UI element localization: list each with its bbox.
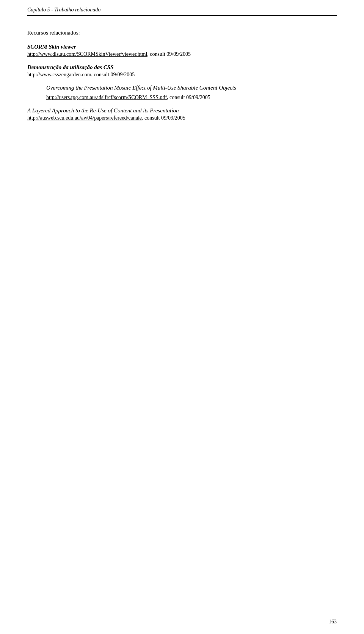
section-heading: Recursos relacionados: [27, 30, 337, 36]
resource-consult-scorm: , consult 09/09/2005 [147, 51, 191, 57]
resource-title-demonstracao: Demonstração da utilização das CSS [27, 64, 337, 71]
resource-consult-overcoming: , consult 09/09/2005 [167, 95, 210, 100]
overcoming-description: Overcoming the Presentation Mosaic Effec… [46, 85, 337, 91]
resource-url-demonstracao[interactable]: http://www.csszengarden.com [27, 72, 91, 77]
overcoming-title: Overcoming the Presentation Mosaic Effec… [46, 85, 337, 91]
resource-title-scorm: SCORM Skin viewer [27, 44, 337, 50]
resource-scorm-skin-viewer: SCORM Skin viewer http://www.dls.au.com/… [27, 44, 337, 57]
resource-url-layered[interactable]: http://ausweb.scu.edu.au/aw04/papers/ref… [27, 115, 142, 121]
page-container: Capítulo 5 - Trabalho relacionado Recurs… [0, 0, 364, 634]
resource-url-overcoming[interactable]: http://users.tpg.com.au/adslfrcf/scorm/S… [46, 95, 167, 100]
resource-layered: A Layered Approach to the Re-Use of Cont… [27, 107, 337, 121]
resource-consult-layered: , consult 09/09/2005 [142, 115, 185, 121]
page-header: Capítulo 5 - Trabalho relacionado [27, 7, 337, 16]
resource-consult-demonstracao: , consult 09/09/2005 [91, 72, 135, 77]
layered-title: A Layered Approach to the Re-Use of Cont… [27, 107, 337, 114]
resource-url-scorm[interactable]: http://www.dls.au.com/SCORMSkinViewer/vi… [27, 51, 147, 57]
resource-overcoming: Overcoming the Presentation Mosaic Effec… [46, 85, 337, 101]
page-number: 163 [329, 619, 337, 625]
chapter-title: Capítulo 5 - Trabalho relacionado [27, 7, 100, 13]
page-content: Recursos relacionados: SCORM Skin viewer… [27, 30, 337, 121]
resource-demonstracao: Demonstração da utilização das CSS http:… [27, 64, 337, 78]
